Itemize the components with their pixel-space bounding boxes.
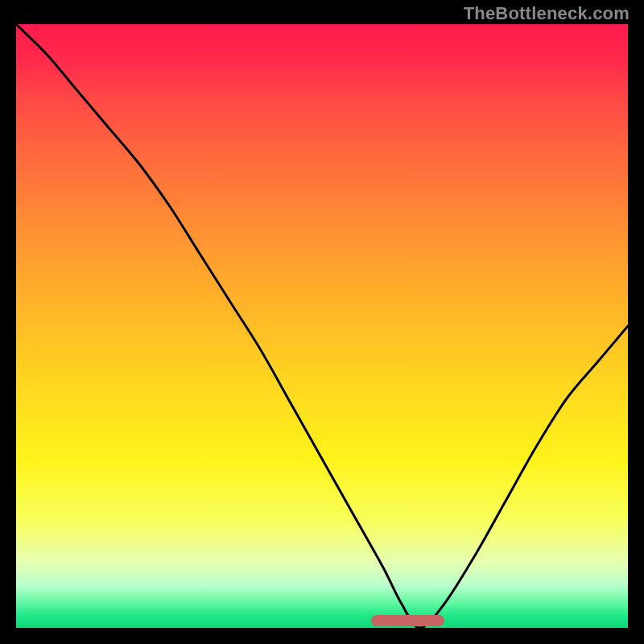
curve-path: [16, 24, 628, 628]
chart-frame: TheBottleneck.com: [0, 0, 644, 644]
watermark-text: TheBottleneck.com: [464, 3, 630, 24]
bottleneck-curve: [16, 24, 628, 628]
plot-area: [16, 24, 628, 628]
optimal-range-marker: [371, 615, 444, 626]
